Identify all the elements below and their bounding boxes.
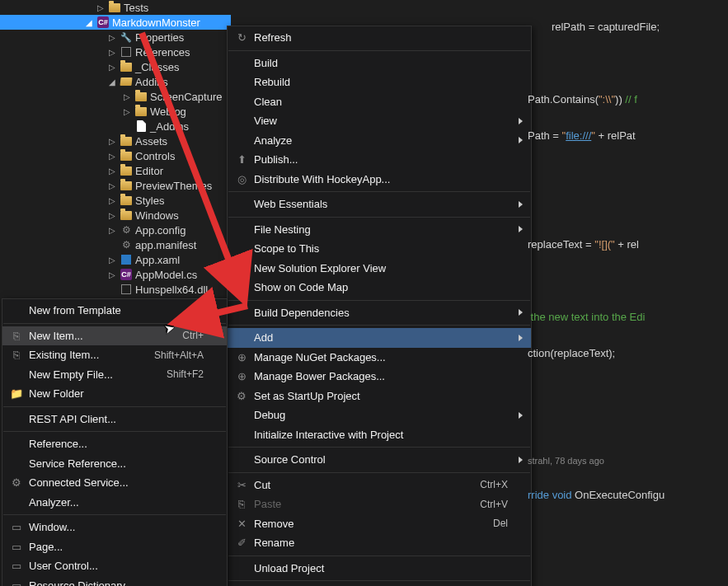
expand-icon[interactable]: ▷ [107, 270, 117, 279]
menu-item-icon: ⚙ [7, 476, 26, 489]
menu-item[interactable]: REST API Client... [2, 410, 227, 429]
tree-item[interactable]: ▷References [0, 45, 231, 59]
expand-icon[interactable]: ▷ [107, 196, 117, 205]
tree-item-label: Windows [135, 209, 179, 222]
menu-item-icon: ⚙ [232, 390, 251, 402]
expand-icon[interactable]: ▷ [107, 255, 117, 265]
tree-item[interactable]: ▷Editor [0, 163, 231, 178]
menu-item-label: Remove [251, 518, 477, 530]
menu-item-shortcut: Shift+F2 [150, 368, 204, 380]
menu-item-label: New from Template [26, 304, 204, 316]
menu-item[interactable]: ▭Page... [2, 537, 227, 557]
code-line: replaceText = "![](" + rel [528, 236, 728, 254]
menu-item-icon: ▭ [7, 560, 26, 572]
menu-item[interactable]: New from Template [2, 301, 227, 321]
folder-closed-icon [120, 60, 133, 73]
expand-icon[interactable]: ▷ [107, 166, 117, 176]
tree-item-label: Assets [135, 135, 167, 148]
tree-item[interactable]: ▷Styles [0, 193, 231, 208]
expand-icon[interactable]: ▷ [107, 137, 117, 146]
expand-icon[interactable]: ▷ [107, 226, 117, 235]
add-submenu[interactable]: New from Template⎘New Item...Ctrl+⎘Exist… [2, 298, 228, 586]
ref-icon [120, 45, 133, 59]
expand-icon[interactable]: ▷ [107, 33, 117, 42]
folder-closed-icon [120, 164, 133, 177]
menu-item[interactable]: ⎘New Item...Ctrl+ [2, 326, 227, 346]
file-icon [134, 120, 148, 133]
tree-item[interactable]: ▷Windows [0, 208, 231, 223]
tree-item[interactable]: ⚙app.manifest [0, 237, 231, 252]
tree-item[interactable]: ▷Tests [0, 0, 231, 15]
expand-icon[interactable]: ▷ [107, 63, 117, 72]
tree-item[interactable]: ◢Addins [0, 74, 231, 89]
tree-item-label: Hunspellx64.dll [135, 284, 208, 296]
tree-item[interactable]: ▷⚙App.config [0, 223, 231, 237]
tree-item[interactable]: ▷🔧Properties [0, 30, 231, 45]
tree-item-label: Styles [135, 195, 164, 207]
expand-icon[interactable]: ▷ [107, 48, 117, 57]
tree-item[interactable]: Hunspellx64.dll [0, 282, 231, 297]
expand-icon[interactable]: ▷ [96, 3, 106, 12]
tree-item[interactable]: ▷ScreenCapture [0, 89, 231, 104]
menu-item[interactable]: ⚙Connected Service... [2, 473, 227, 493]
menu-item-label: Analyzer... [26, 496, 204, 509]
menu-item[interactable]: ▭Resource Dictionary... [2, 576, 227, 587]
menu-item[interactable]: Analyzer... [2, 493, 227, 513]
tree-item-label: Weblog [150, 105, 186, 118]
menu-item-icon: ◎ [232, 173, 251, 185]
menu-item-icon: ↻ [232, 31, 251, 44]
expand-icon[interactable]: ▷ [122, 107, 132, 116]
code-line: Path = "file:///" + relPat [528, 127, 728, 145]
menu-item-label: User Control... [26, 560, 204, 572]
tree-item-label: Editor [135, 165, 163, 177]
code-line [528, 54, 728, 73]
menu-item-icon: ⊕ [232, 351, 251, 363]
solution-explorer-tree[interactable]: ▷Tests◢C#MarkdownMonster▷🔧Properties▷Ref… [0, 0, 231, 297]
menu-item[interactable]: Reference... [2, 434, 227, 454]
tree-item[interactable]: ▷Weblog [0, 104, 231, 119]
tree-item-label: _Classes [135, 61, 179, 73]
folder-open-icon [120, 75, 133, 88]
menu-item[interactable]: ▭Window... [2, 518, 227, 537]
expand-icon[interactable]: ▷ [122, 92, 132, 101]
code-line: Path.Contains(":\\")) // f [528, 91, 728, 109]
menu-item[interactable]: Service Reference... [2, 454, 227, 474]
expand-icon[interactable]: ◢ [84, 18, 94, 27]
expand-icon[interactable]: ▷ [107, 152, 117, 161]
menu-item[interactable]: 📁New Folder [2, 384, 227, 404]
expand-icon[interactable]: ▷ [107, 211, 117, 220]
tree-item[interactable]: ▷App.xaml [0, 252, 231, 267]
tree-item-label: app.manifest [135, 239, 196, 251]
tree-item-label: Properties [135, 31, 184, 44]
tree-item-label: App.xaml [135, 254, 180, 266]
tree-item[interactable]: ▷_Classes [0, 59, 231, 74]
tree-item-label: References [135, 46, 190, 59]
menu-item[interactable]: New Empty File...Shift+F2 [2, 365, 227, 385]
menu-separator [3, 514, 226, 515]
menu-item[interactable]: ▭User Control... [2, 556, 227, 576]
menu-item-icon: ⎘ [232, 498, 251, 510]
menu-item-icon: 📁 [7, 387, 26, 400]
folder-closed-icon [134, 105, 148, 118]
tree-item[interactable]: ▷C#AppModel.cs [0, 267, 231, 282]
menu-separator [3, 323, 226, 324]
codelens[interactable]: strahl, 78 days ago [528, 453, 728, 468]
expand-icon[interactable]: ◢ [107, 77, 117, 87]
tree-item-label: Tests [124, 2, 148, 14]
tree-item-label: MarkdownMonster [112, 16, 200, 29]
tree-item[interactable]: ▷PreviewThemes [0, 178, 231, 193]
code-editor[interactable]: relPath = capturedFile; Path.Contains(":… [445, 0, 728, 586]
tree-item[interactable]: _Addins [0, 119, 231, 134]
menu-item[interactable]: ⎘Existing Item...Shift+Alt+A [2, 345, 227, 365]
menu-separator [3, 431, 226, 432]
menu-item-icon: ⎘ [7, 349, 26, 361]
tree-item[interactable]: ▷Assets [0, 134, 231, 148]
tree-item[interactable]: ▷Controls [0, 148, 231, 163]
menu-item-label: Reference... [26, 438, 204, 450]
tree-item-label: Controls [135, 150, 175, 162]
menu-item-icon: ⬆ [232, 153, 251, 166]
expand-icon[interactable]: ▷ [107, 181, 117, 190]
tree-item-label: ScreenCapture [150, 91, 222, 103]
code-line [528, 417, 728, 435]
tree-item[interactable]: ◢C#MarkdownMonster [0, 15, 231, 30]
